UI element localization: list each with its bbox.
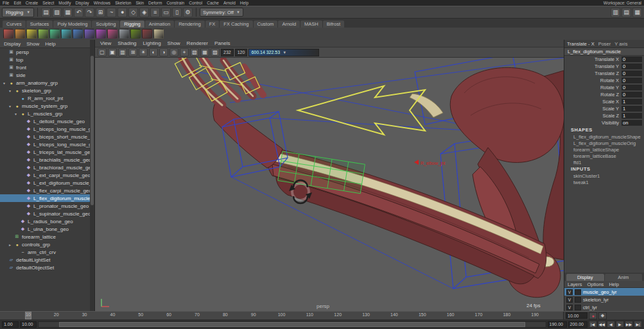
layer-menu-help[interactable]: Help — [609, 282, 618, 287]
outliner-menu-help[interactable]: Help — [45, 41, 55, 47]
play-forward-button[interactable]: ▶ — [616, 321, 624, 328]
attribute-value-field[interactable]: on — [622, 120, 642, 126]
motion-blur-icon[interactable]: ◎ — [170, 48, 178, 56]
outliner-item[interactable]: ◆L_ext_digitorum_muscle_geo — [0, 179, 94, 187]
outliner-item[interactable]: ~arm_ctrl_crv — [0, 248, 94, 256]
viewport-menu-lighting[interactable]: Lighting — [143, 40, 161, 46]
ipr-render-icon[interactable]: ▯ — [172, 8, 182, 17]
lock-camera-icon[interactable]: ▣ — [108, 48, 117, 56]
menu-help[interactable]: Help — [240, 1, 248, 5]
shelf-tab-surfaces[interactable]: Surfaces — [26, 21, 53, 28]
outliner-item[interactable]: ◆L_flex_digitorum_muscle_geo — [0, 194, 94, 202]
snap-grid-icon[interactable]: ⊞ — [96, 8, 105, 17]
outliner-item[interactable]: ▾●L_muscles_grp — [0, 110, 94, 117]
gate-height-field[interactable]: 120 — [235, 49, 248, 56]
shelf-tab-arnold[interactable]: Arnold — [278, 21, 300, 28]
render-settings-icon[interactable]: ⚙ — [183, 8, 193, 17]
outliner-item[interactable]: ◆L_supinator_muscle_geo — [0, 210, 94, 217]
outliner-item[interactable]: ◆L_radius_bone_geo — [0, 217, 94, 225]
outliner-item[interactable]: ◆L_ulna_bone_geo — [0, 225, 94, 233]
shelf-lattice-icon[interactable] — [96, 29, 106, 38]
outliner-item[interactable]: ▱defaultLightSet — [0, 256, 94, 264]
menu-cache[interactable]: Cache — [207, 1, 219, 5]
shelf-tab-fx[interactable]: FX — [205, 21, 220, 28]
attribute-value-field[interactable]: 1 — [622, 99, 642, 105]
layer-menu-options[interactable]: Options — [587, 282, 604, 287]
step-back-frame-button[interactable]: ◀ — [607, 321, 615, 328]
outliner-item[interactable]: ◆L_triceps_lat_muscle_geo — [0, 148, 94, 156]
wireframe-mode-icon[interactable]: ▧ — [190, 48, 199, 56]
shelf-tab-sculpting[interactable]: Sculpting — [92, 21, 119, 28]
outliner-item[interactable]: ▣top — [0, 56, 94, 63]
outliner-item[interactable]: ▸●controls_grp — [0, 240, 94, 248]
menu-skin[interactable]: Skin — [135, 1, 144, 5]
shelf-ik-handle-icon[interactable] — [73, 29, 83, 38]
menu-create[interactable]: Create — [26, 1, 39, 5]
snap-plane-icon[interactable]: ◇ — [128, 8, 138, 17]
expand-arrow-icon[interactable]: ▾ — [2, 81, 6, 85]
menu-skeleton[interactable]: Skeleton — [115, 1, 131, 5]
outliner-item[interactable]: ◆L_deltoid_muscle_geo — [0, 117, 94, 125]
attribute-value-field[interactable]: 1 — [622, 113, 642, 119]
tool-settings-toggle-icon[interactable]: ▤ — [622, 8, 631, 17]
scrollbar-thumb[interactable] — [91, 56, 94, 205]
shelf-cube-icon[interactable] — [15, 29, 25, 38]
input-node[interactable]: tweak1 — [564, 179, 644, 185]
camera-attributes-icon[interactable]: ▥ — [118, 48, 127, 56]
shelf-curve-tool-icon[interactable] — [130, 29, 141, 38]
layer-type-toggle[interactable] — [575, 297, 581, 303]
render-frame-icon[interactable]: ▭ — [161, 8, 171, 17]
expand-arrow-icon[interactable]: ▾ — [8, 104, 12, 108]
current-time-field[interactable]: 10.00 — [566, 312, 587, 319]
outliner-menu-show[interactable]: Show — [26, 41, 39, 47]
textured-mode-icon[interactable]: ▨ — [211, 48, 220, 56]
go-to-end-button[interactable]: ▶| — [634, 321, 642, 328]
outliner-menu-display[interactable]: Display — [4, 41, 21, 47]
viewport-canvas[interactable]: R_elbow_jnt persp 24 fps — [95, 58, 564, 311]
outliner-item[interactable]: ▱defaultObjectSet — [0, 264, 94, 271]
animation-end-field[interactable]: 200.00 — [568, 321, 587, 328]
layer-tab-anim[interactable]: Anim — [605, 274, 643, 281]
outliner-item[interactable]: ◆L_brachialis_muscle_geo — [0, 156, 94, 164]
animation-start-field[interactable]: 1.00 — [2, 321, 19, 328]
menu-file[interactable]: File — [3, 1, 9, 5]
layer-visibility-toggle[interactable]: V — [566, 289, 573, 295]
shelf-tab-fx-caching[interactable]: FX Caching — [220, 21, 252, 28]
outliner-item[interactable]: ◆L_pronator_muscle_geo — [0, 202, 94, 210]
workspace-selector[interactable]: Workspace: General — [604, 1, 641, 5]
shelf-cluster-icon[interactable] — [107, 29, 117, 38]
outliner-item[interactable]: ◆L_ext_carpi_muscle_geo — [0, 171, 94, 179]
playback-start-field[interactable]: 10.00 — [20, 321, 37, 328]
auto-key-icon[interactable]: ◆ — [598, 312, 607, 319]
shaded-mode-icon[interactable]: ▦ — [200, 48, 209, 56]
shelf-tab-custom[interactable]: Custom — [254, 21, 278, 28]
outliner-item[interactable]: ▣side — [0, 71, 94, 79]
grid-toggle-icon[interactable]: ⊞ — [128, 48, 137, 56]
viewport-menu-renderer[interactable]: Renderer — [187, 40, 208, 46]
construction-history-icon[interactable]: ≡ — [150, 8, 160, 17]
attribute-editor-toggle-icon[interactable]: ▥ — [611, 8, 620, 17]
expand-arrow-icon[interactable]: ▾ — [13, 112, 18, 116]
outliner-scrollbar[interactable] — [90, 40, 94, 311]
go-to-start-button[interactable]: |◀ — [589, 321, 597, 328]
shelf-plane-icon[interactable] — [38, 29, 48, 38]
menu-deform[interactable]: Deform — [148, 1, 162, 5]
menu-display[interactable]: Display — [75, 1, 89, 5]
step-forward-frame-button[interactable]: ▶▶ — [625, 321, 633, 328]
layer-type-toggle[interactable] — [575, 289, 581, 295]
undo-icon[interactable]: ↶ — [74, 8, 83, 17]
outliner-item[interactable]: ◆L_biceps_long_muscle_geo — [0, 125, 94, 133]
menu-set-dropdown[interactable]: Rigging ▼ — [2, 8, 34, 17]
resolution-gate-icon[interactable]: ⌖ — [180, 48, 189, 56]
snap-curve-icon[interactable]: ~ — [107, 8, 116, 17]
attribute-value-field[interactable]: 1 — [622, 106, 642, 112]
shelf-tab-rigging[interactable]: Rigging — [120, 21, 144, 28]
range-slider[interactable] — [38, 321, 546, 328]
save-scene-icon[interactable]: ▦ — [63, 8, 73, 17]
shelf-torus-icon[interactable] — [49, 29, 60, 38]
viewport-menu-panels[interactable]: Panels — [214, 40, 230, 46]
outliner-item[interactable]: ▾●skeleton_grp — [0, 87, 94, 94]
open-scene-icon[interactable]: ▨ — [52, 8, 62, 17]
attribute-value-field[interactable]: 0 — [622, 85, 642, 90]
layer-item[interactable]: Vmuscle_geo_lyr — [564, 288, 644, 296]
